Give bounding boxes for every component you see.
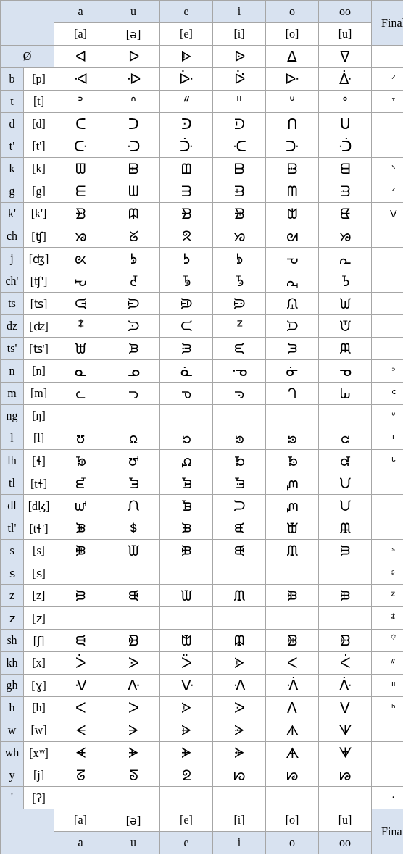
glyph-cell bbox=[54, 405, 107, 427]
glyph-cell: ᘱ bbox=[213, 427, 266, 450]
glyph-cell: ᗵ bbox=[54, 158, 107, 180]
glyph-cell: ᘽ bbox=[160, 472, 213, 495]
col-ipa-i: [i] bbox=[213, 23, 266, 46]
row-consonant-ipa: [ʤ] bbox=[24, 248, 54, 270]
footer-ipa-row: [a] [ə] [e] [i] [o] [u] Final bbox=[1, 809, 404, 832]
glyph-cell: ᙐ bbox=[266, 338, 319, 360]
row-consonant-ipa: [d] bbox=[24, 113, 54, 135]
glyph-cell: ᙣ bbox=[319, 540, 372, 562]
row-consonant-label: t bbox=[1, 91, 24, 113]
glyph-cell: ᙠ bbox=[107, 585, 160, 607]
glyph-cell: ᙋ bbox=[160, 293, 213, 315]
row-consonant-ipa: [s] bbox=[24, 540, 54, 562]
footer-ipa-o: [o] bbox=[266, 809, 319, 832]
glyph-cell: ᐈ bbox=[160, 46, 213, 68]
glyph-cell: ᑡ bbox=[213, 135, 266, 158]
row-consonant-ipa: [z̲] bbox=[24, 607, 54, 630]
glyph-cell: ᐶ bbox=[213, 652, 266, 675]
glyph-cell: ᙒ bbox=[160, 338, 213, 360]
glyph-cell: ᘈ bbox=[319, 383, 372, 405]
row-consonant-ipa: [t'] bbox=[24, 135, 54, 158]
footer-vowel-o: o bbox=[266, 832, 319, 854]
final-cell: ᐥ bbox=[372, 652, 404, 675]
row-consonant-ipa: [ʃ] bbox=[24, 630, 54, 652]
glyph-cell: ᑐ bbox=[107, 113, 160, 135]
final-cell bbox=[372, 293, 404, 315]
final-cell: ᒡ bbox=[372, 450, 404, 472]
glyph-cell: ᙊ bbox=[107, 293, 160, 315]
final-cell bbox=[372, 495, 404, 517]
row-null: Ø ᐊ ᐅ ᐈ ᐉ ᐃ ᐁ bbox=[1, 46, 404, 68]
table-row: l[l]ᘮᘯᘰᘱᘲᘳᑊ bbox=[1, 427, 404, 450]
row-consonant-label: tl bbox=[1, 472, 24, 495]
glyph-cell: ᗻ bbox=[266, 203, 319, 225]
table-row: sh[ʃ]ᙦᙩᙧᙨᙪᙫ꙳ bbox=[1, 630, 404, 652]
glyph-cell: ᙂ bbox=[213, 495, 266, 517]
glyph-cell: ᐦ bbox=[213, 91, 266, 113]
glyph-cell: ᐸ bbox=[54, 697, 107, 719]
final-cell bbox=[372, 742, 404, 764]
row-consonant-ipa: [l] bbox=[24, 427, 54, 450]
row-consonant-ipa: [k] bbox=[24, 158, 54, 180]
glyph-cell: ᙀ bbox=[319, 472, 372, 495]
table-row: t[t]ᐣᐢᐥᐦᐡᐤᐪ bbox=[1, 91, 404, 113]
glyph-cell: ᘞ bbox=[213, 225, 266, 248]
glyph-cell: ᙆ bbox=[213, 315, 266, 338]
col-vowel-oo: oo bbox=[319, 1, 372, 23]
row-consonant-label: g bbox=[1, 180, 24, 203]
glyph-cell bbox=[213, 405, 266, 427]
glyph-cell: ᘢ bbox=[266, 248, 319, 270]
row-consonant-ipa: [h] bbox=[24, 697, 54, 719]
glyph-cell: ᙈ bbox=[319, 315, 372, 338]
glyph-cell: ᘪ bbox=[319, 270, 372, 293]
final-cell bbox=[372, 225, 404, 248]
glyph-cell: ᙄ bbox=[107, 315, 160, 338]
table-row: ng[ŋ]ᐡ bbox=[1, 405, 404, 427]
glyph-cell: ᙛ bbox=[266, 517, 319, 540]
glyph-cell: ᘽ bbox=[160, 495, 213, 517]
row-consonant-ipa: [s̲] bbox=[24, 562, 54, 585]
glyph-cell: ᗰ bbox=[266, 180, 319, 203]
final-cell: ʰ bbox=[372, 697, 404, 719]
glyph-cell bbox=[266, 607, 319, 630]
glyph-cell: ᘳ bbox=[319, 427, 372, 450]
row-consonant-label: ch bbox=[1, 225, 24, 248]
final-cell bbox=[372, 719, 404, 742]
glyph-cell: ᑟ bbox=[319, 135, 372, 158]
footer-ipa-i: [i] bbox=[213, 809, 266, 832]
table-row: ch[ʧ]ᘟᘜᘝᘞᘛᘠ bbox=[1, 225, 404, 248]
row-consonant-ipa: [ɣ] bbox=[24, 675, 54, 697]
glyph-cell: ᙢ bbox=[213, 585, 266, 607]
glyph-cell: ᙡ bbox=[160, 585, 213, 607]
footer-vowel-oo: oo bbox=[319, 832, 372, 854]
glyph-cell: ᑝ bbox=[107, 135, 160, 158]
row-consonant-ipa: [xʷ] bbox=[24, 742, 54, 764]
final-cell bbox=[372, 135, 404, 158]
table-row: j[ʤ]ᘡᘦᘤᘥᘢᘣ bbox=[1, 248, 404, 270]
footer-vowel-a: a bbox=[54, 832, 107, 854]
table-row: ts'[ʦ']ᙔᙑᙒᙓᙐᙕ bbox=[1, 338, 404, 360]
table-row: w[w]ᗕᗒᗓᗔᗑᗐ bbox=[1, 719, 404, 742]
glyph-cell: ᑓ bbox=[213, 113, 266, 135]
glyph-cell: ᗑ bbox=[266, 719, 319, 742]
row-consonant-label: ng bbox=[1, 405, 24, 427]
final-cell: ᐣ bbox=[372, 360, 404, 383]
glyph-cell: ᙣ bbox=[54, 585, 107, 607]
glyph-cell: ᐒ bbox=[107, 68, 160, 91]
glyph-cell bbox=[160, 405, 213, 427]
glyph-cell: ᙟ bbox=[266, 585, 319, 607]
row-consonant-ipa: [ʦ'] bbox=[24, 338, 54, 360]
table-row: d[d]ᑕᑐᑔᑓᑎᑌ bbox=[1, 113, 404, 135]
glyph-cell: ᑢ bbox=[54, 135, 107, 158]
footer-vowel-i: i bbox=[213, 832, 266, 854]
table-row: y[j]ᘔᘕᘖᘗᘘᘙ bbox=[1, 764, 404, 787]
row-consonant-ipa: [p] bbox=[24, 68, 54, 91]
glyph-cell: ᘰ bbox=[160, 427, 213, 450]
glyph-cell: ᐡ bbox=[266, 91, 319, 113]
glyph-cell: ᘬ bbox=[213, 270, 266, 293]
glyph-cell: ᙧ bbox=[160, 630, 213, 652]
row-consonant-label: h bbox=[1, 697, 24, 719]
glyph-cell: ᐻ bbox=[160, 675, 213, 697]
glyph-cell: ᘇ bbox=[54, 383, 107, 405]
glyph-cell: ᐷ bbox=[213, 697, 266, 719]
